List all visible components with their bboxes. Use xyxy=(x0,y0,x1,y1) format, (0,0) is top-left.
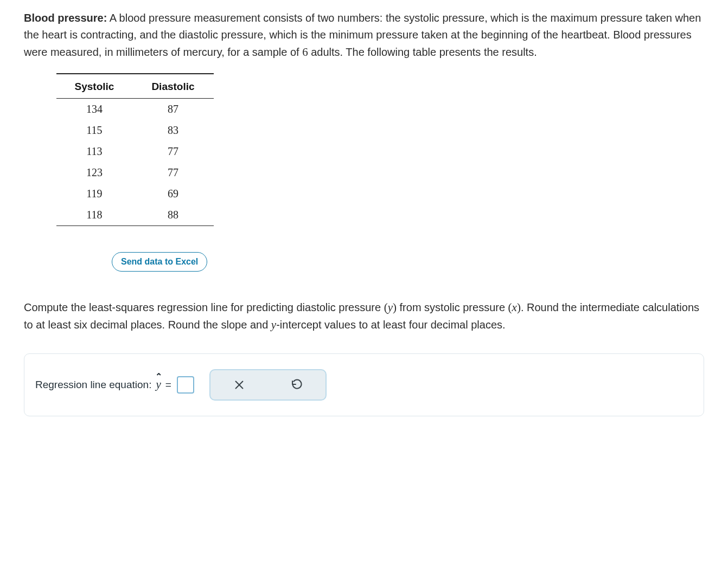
clear-button[interactable] xyxy=(228,374,250,396)
table-row: 134 87 xyxy=(56,98,214,120)
cell-diastolic: 69 xyxy=(132,183,214,204)
header-systolic: Systolic xyxy=(56,74,132,99)
table-row: 115 83 xyxy=(56,120,214,141)
cell-diastolic: 77 xyxy=(132,141,214,162)
cell-systolic: 118 xyxy=(56,204,132,226)
regression-line-label: Regression line equation: ⌃ y = xyxy=(35,376,194,394)
paren-open-x: ( xyxy=(508,301,512,314)
cell-systolic: 119 xyxy=(56,183,132,204)
cell-diastolic: 83 xyxy=(132,120,214,141)
answer-panel: Regression line equation: ⌃ y = xyxy=(24,353,704,416)
regression-answer-input[interactable] xyxy=(177,376,194,394)
sample-size: 6 xyxy=(302,46,308,59)
y-hat-symbol: ⌃ y xyxy=(156,379,161,390)
cell-systolic: 115 xyxy=(56,120,132,141)
table-row: 119 69 xyxy=(56,183,214,204)
cell-diastolic: 87 xyxy=(132,98,214,120)
instr-p4: -intercept values to at least four decim… xyxy=(276,319,505,331)
var-y-intercept: y xyxy=(271,318,276,331)
blood-pressure-table: Systolic Diastolic 134 87 115 83 113 77 xyxy=(56,73,214,226)
cell-systolic: 134 xyxy=(56,98,132,120)
problem-prompt: Blood pressure: A blood pressure measure… xyxy=(24,10,704,61)
cell-systolic: 123 xyxy=(56,162,132,183)
instructions-text: Compute the least-squares regression lin… xyxy=(24,299,704,334)
regression-label-text: Regression line equation: xyxy=(35,379,151,391)
table-row: 118 88 xyxy=(56,204,214,226)
cell-systolic: 113 xyxy=(56,141,132,162)
cell-diastolic: 77 xyxy=(132,162,214,183)
var-y: y xyxy=(388,301,393,314)
instr-p1: Compute the least-squares regression lin… xyxy=(24,301,384,313)
prompt-title: Blood pressure: xyxy=(24,12,107,24)
paren-close-x: ) xyxy=(517,301,521,314)
reset-button[interactable] xyxy=(286,374,308,396)
undo-icon xyxy=(290,378,303,391)
prompt-body-2: adults. The following table presents the… xyxy=(308,46,537,58)
header-diastolic: Diastolic xyxy=(132,74,214,99)
hat-icon: ⌃ xyxy=(155,372,162,381)
paren-open-y: ( xyxy=(384,301,388,314)
instr-p2: from systolic pressure xyxy=(397,301,508,313)
table-row: 123 77 xyxy=(56,162,214,183)
paren-close-y: ) xyxy=(393,301,397,314)
answer-toolbar xyxy=(209,369,327,401)
send-to-excel-button[interactable]: Send data to Excel xyxy=(112,252,207,272)
var-x: x xyxy=(512,301,517,314)
equals-sign: = xyxy=(165,379,171,391)
table-row: 113 77 xyxy=(56,141,214,162)
x-icon xyxy=(233,379,245,391)
data-table-wrap: Systolic Diastolic 134 87 115 83 113 77 xyxy=(56,73,214,226)
cell-diastolic: 88 xyxy=(132,204,214,226)
